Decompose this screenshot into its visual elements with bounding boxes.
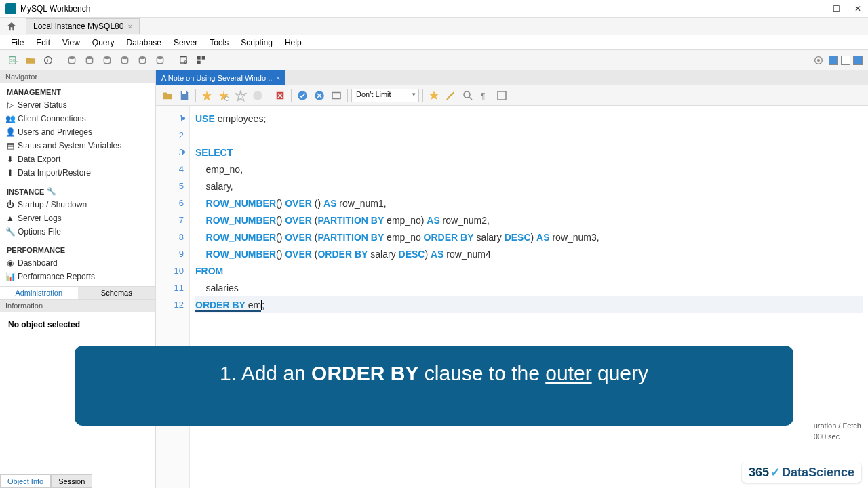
db-icon-5[interactable]	[135, 53, 150, 68]
tab-object-info[interactable]: Object Info	[0, 474, 51, 488]
find-icon[interactable]	[460, 88, 475, 103]
menu-tools[interactable]: Tools	[204, 37, 234, 49]
inspector-icon[interactable]: i	[41, 53, 56, 68]
svg-rect-12	[197, 56, 201, 60]
panel-toggle-left[interactable]	[829, 56, 838, 65]
menu-server[interactable]: Server	[168, 37, 203, 49]
maximize-button[interactable]: ☐	[831, 4, 841, 14]
svg-rect-13	[202, 56, 205, 60]
menu-edit[interactable]: Edit	[31, 37, 56, 49]
editor-toolbar: Don't Limit ¶	[156, 85, 868, 106]
sidebar-item-data-export[interactable]: ⬇Data Export	[0, 152, 155, 166]
tab-administration[interactable]: Administration	[0, 287, 78, 299]
menu-file[interactable]: File	[5, 37, 29, 49]
main-toolbar: SQL i	[0, 50, 868, 70]
tab-schemas[interactable]: Schemas	[78, 287, 156, 299]
sidebar-item-perf-reports[interactable]: 📊Performance Reports	[0, 270, 155, 283]
management-title: MANAGEMENT	[0, 86, 155, 98]
limit-rows-select[interactable]: Don't Limit	[351, 89, 419, 102]
instance-icon: 🔧	[47, 187, 56, 196]
export-icon: ⬇	[5, 155, 15, 164]
navigator-header: Navigator	[0, 70, 155, 83]
menubar: File Edit View Query Database Server Too…	[0, 35, 868, 50]
panel-toggle-right[interactable]	[853, 56, 863, 65]
svg-point-18	[225, 96, 229, 100]
sidebar-item-server-logs[interactable]: ▲Server Logs	[0, 211, 155, 225]
favorite-icon[interactable]	[427, 88, 441, 103]
svg-point-6	[104, 56, 110, 59]
play-icon: ▷	[5, 100, 15, 110]
menu-query[interactable]: Query	[87, 37, 120, 49]
commit-icon[interactable]	[295, 88, 310, 103]
gauge-icon: ◉	[5, 258, 15, 268]
editor-tab-label: A Note on Using Several Windo...	[161, 74, 272, 82]
new-sql-tab-icon[interactable]: SQL	[5, 53, 20, 68]
instance-title: INSTANCE 🔧	[0, 185, 155, 198]
db-icon-6[interactable]	[153, 53, 167, 68]
editor-tab-close-icon[interactable]: ×	[276, 75, 280, 82]
execute-current-icon[interactable]	[216, 88, 231, 103]
brand-watermark: 365✓DataScience	[742, 462, 861, 483]
performance-title: PERFORMANCE	[0, 244, 155, 256]
sidebar-item-server-status[interactable]: ▷Server Status	[0, 98, 155, 112]
explain-icon[interactable]	[233, 88, 248, 103]
sidebar-item-users-privileges[interactable]: 👤Users and Privileges	[0, 125, 155, 139]
menu-scripting[interactable]: Scripting	[235, 37, 278, 49]
connection-tab-label: Local instance MySQL80	[33, 22, 123, 31]
db-icon-2[interactable]	[82, 53, 97, 68]
close-button[interactable]: ✕	[853, 4, 863, 14]
svg-rect-26	[498, 92, 506, 100]
db-icon-3[interactable]	[100, 53, 115, 68]
bottom-tabs: Object Info Session	[0, 474, 92, 488]
autocommit-icon[interactable]	[329, 88, 344, 103]
tab-session[interactable]: Session	[51, 474, 92, 488]
svg-point-4	[68, 56, 75, 59]
open-sql-icon[interactable]	[23, 53, 38, 68]
beautify-icon[interactable]	[443, 88, 458, 103]
cancel-edit-icon[interactable]	[273, 88, 288, 103]
svg-point-16	[817, 59, 820, 62]
tutorial-banner: 1. Add an ORDER BY clause to the outer q…	[75, 346, 793, 426]
clients-icon: 👥	[5, 114, 15, 123]
sidebar-item-dashboard[interactable]: ◉Dashboard	[0, 256, 155, 270]
search-table-icon[interactable]	[176, 53, 191, 68]
information-body: No object selected	[0, 312, 155, 338]
svg-rect-10	[180, 56, 186, 62]
vars-icon: ▤	[5, 141, 15, 150]
db-icon-4[interactable]	[117, 53, 132, 68]
sidebar-item-status-vars[interactable]: ▤Status and System Variables	[0, 139, 155, 152]
svg-point-19	[253, 91, 262, 100]
panel-toggle-bottom[interactable]	[841, 56, 850, 65]
settings-icon[interactable]	[811, 53, 826, 68]
menu-help[interactable]: Help	[279, 37, 307, 49]
menu-view[interactable]: View	[57, 37, 85, 49]
sidebar-item-data-import[interactable]: ⬆Data Import/Restore	[0, 166, 155, 180]
tab-close-icon[interactable]: ×	[127, 22, 132, 30]
svg-point-8	[139, 56, 145, 59]
sql-editor[interactable]: 1 2 3 4 5 6 7 8 9 10 11 12 USE employees…	[156, 106, 868, 488]
save-icon[interactable]	[177, 88, 192, 103]
minimize-button[interactable]: —	[810, 4, 819, 14]
menu-database[interactable]: Database	[121, 37, 167, 49]
home-icon[interactable]	[5, 21, 18, 32]
rollback-icon[interactable]	[312, 88, 327, 103]
connection-tab[interactable]: Local instance MySQL80 ×	[26, 18, 140, 34]
editor-tab[interactable]: A Note on Using Several Windo... ×	[156, 70, 285, 85]
svg-text:¶: ¶	[481, 91, 485, 100]
sidebar-item-options-file[interactable]: 🔧Options File	[0, 225, 155, 239]
app-icon	[5, 3, 16, 14]
sidebar-item-startup[interactable]: ⏻Startup / Shutdown	[0, 198, 155, 211]
power-icon: ⏻	[5, 200, 15, 209]
sidebar-item-client-connections[interactable]: 👥Client Connections	[0, 112, 155, 125]
svg-point-24	[464, 92, 470, 98]
wrap-icon[interactable]	[494, 88, 509, 103]
db-icon-1[interactable]	[64, 53, 79, 68]
stop-icon[interactable]	[250, 88, 265, 103]
import-icon: ⬆	[5, 168, 15, 178]
execute-icon[interactable]	[199, 88, 214, 103]
open-file-icon[interactable]	[160, 88, 175, 103]
code-body[interactable]: USE employees; SELECT emp_no, salary, RO…	[190, 106, 868, 488]
connection-tabbar: Local instance MySQL80 ×	[0, 18, 868, 35]
dashboard-icon[interactable]	[194, 53, 209, 68]
invisible-chars-icon[interactable]: ¶	[477, 88, 492, 103]
